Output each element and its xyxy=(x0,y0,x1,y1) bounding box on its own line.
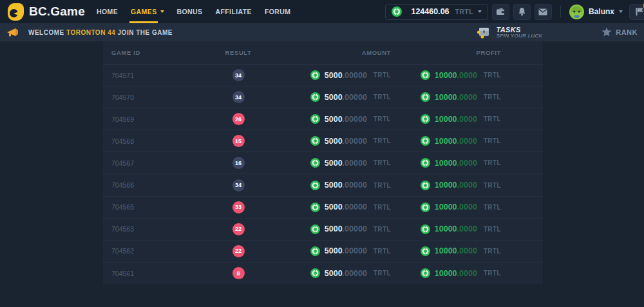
profit-integer: 10000 xyxy=(435,203,457,212)
tasks-widget[interactable]: TASKS SPIN YOUR LUCK xyxy=(476,26,543,39)
profit-integer: 10000 xyxy=(435,71,457,80)
wallet-button[interactable] xyxy=(492,4,509,20)
amount-fraction: .00000 xyxy=(343,93,367,102)
profit-cell: 10000.0000 TRTL xyxy=(399,136,543,146)
amount-integer: 5000 xyxy=(325,115,343,124)
amount-integer: 5000 xyxy=(325,181,343,190)
amount-fraction: .00000 xyxy=(343,224,367,233)
game-id: 704565 xyxy=(111,203,134,211)
menu-item-games[interactable]: GAMES xyxy=(131,0,164,23)
tasks-labels: TASKS SPIN YOUR LUCK xyxy=(497,26,543,39)
table-row[interactable]: 704567 16 5000.00000 TRTL 10 xyxy=(103,152,543,174)
quests-button[interactable]: 10 xyxy=(629,4,644,20)
tasks-title: TASKS xyxy=(497,26,543,34)
table-row[interactable]: 704561 8 5000.00000 TRTL 100 xyxy=(103,262,543,284)
game-id: 704566 xyxy=(111,181,134,189)
menu-item-affiliate[interactable]: AFFILIATE xyxy=(215,0,251,23)
main-menu: HOME GAMES BONUS AFFILIATE FORUM xyxy=(97,0,291,23)
trtl-coin-icon xyxy=(310,70,320,80)
result-badge: 33 xyxy=(232,201,245,213)
amount-integer: 5000 xyxy=(325,71,343,80)
amount-fraction: .00000 xyxy=(343,159,367,168)
menu-item-forum[interactable]: FORUM xyxy=(265,0,291,23)
trtl-coin-icon xyxy=(310,268,320,278)
profit-fraction: .0000 xyxy=(457,246,477,255)
welcome-suffix: JOIN THE GAME xyxy=(118,29,173,36)
profit-fraction: .0000 xyxy=(457,93,477,102)
amount-integer: 5000 xyxy=(325,159,343,168)
result-cell: 16 xyxy=(206,157,270,169)
menu-item-home[interactable]: HOME xyxy=(97,0,118,23)
profit-fraction: .0000 xyxy=(457,181,477,190)
game-id-cell: 704565 xyxy=(103,203,206,211)
mail-icon xyxy=(538,8,547,15)
header-result: RESULT xyxy=(206,49,270,56)
amount-currency: TRTL xyxy=(374,248,391,255)
profit-fraction: .0000 xyxy=(457,269,477,278)
game-id: 704568 xyxy=(111,137,134,145)
chevron-down-icon xyxy=(160,10,164,13)
table-row[interactable]: 704571 34 5000.00000 TRTL 10 xyxy=(103,64,543,86)
balance-currency: TRTL xyxy=(455,8,473,15)
welcome-username: TORONTON 44 xyxy=(66,29,115,36)
messages-button[interactable] xyxy=(535,4,552,20)
top-navbar: BC.Game HOME GAMES BONUS AFFILIATE FORUM xyxy=(0,0,644,23)
result-badge: 22 xyxy=(232,245,245,257)
brand-name: BC.Game xyxy=(29,5,85,19)
result-cell: 34 xyxy=(206,91,270,103)
profit-integer: 10000 xyxy=(435,181,457,190)
table-row[interactable]: 704569 26 5000.00000 TRTL 10 xyxy=(103,108,543,130)
announcement-message[interactable]: WELCOME TORONTON 44 JOIN THE GAME xyxy=(6,27,173,37)
amount-currency: TRTL xyxy=(374,137,391,144)
profit-currency: TRTL xyxy=(484,94,501,101)
profit-fraction: .0000 xyxy=(457,71,477,80)
table-row[interactable]: 704562 22 5000.00000 TRTL 10 xyxy=(103,241,543,262)
user-menu[interactable]: Balunx xyxy=(569,5,623,19)
game-id: 704562 xyxy=(111,247,134,255)
navbar-right: 124460.06 TRTL xyxy=(385,4,644,20)
table-row[interactable]: 704565 33 5000.00000 TRTL 10 xyxy=(103,197,543,219)
flag-icon xyxy=(635,7,644,16)
brand-logo[interactable]: BC.Game xyxy=(8,3,85,21)
amount-currency: TRTL xyxy=(374,182,391,189)
profit-fraction: .0000 xyxy=(457,159,477,168)
profit-cell: 10000.0000 TRTL xyxy=(399,203,543,212)
amount-cell: 5000.00000 TRTL xyxy=(270,246,399,256)
bell-icon xyxy=(518,7,526,16)
profit-integer: 10000 xyxy=(435,269,457,278)
profit-fraction: .0000 xyxy=(457,203,477,212)
table-row[interactable]: 704563 22 5000.00000 TRTL 10 xyxy=(103,219,543,241)
trtl-coin-icon xyxy=(392,6,402,17)
profit-fraction: .0000 xyxy=(457,137,477,146)
profit-cell: 10000.0000 TRTL xyxy=(399,70,543,80)
amount-currency: TRTL xyxy=(374,204,391,211)
profit-integer: 10000 xyxy=(435,246,457,255)
amount-integer: 5000 xyxy=(325,137,343,146)
result-cell: 15 xyxy=(206,135,270,147)
trtl-coin-icon xyxy=(310,114,320,124)
profit-fraction: .0000 xyxy=(457,115,477,124)
balance-amount: 124460.06 xyxy=(411,7,449,16)
notifications-button[interactable] xyxy=(513,4,531,20)
amount-cell: 5000.00000 TRTL xyxy=(270,268,399,278)
menu-item-bonus[interactable]: BONUS xyxy=(177,0,203,23)
table-row[interactable]: 704570 34 5000.00000 TRTL 10 xyxy=(103,86,543,108)
game-id-cell: 704569 xyxy=(103,115,206,123)
trtl-coin-icon xyxy=(310,224,320,234)
menu-label: FORUM xyxy=(265,8,291,15)
amount-integer: 5000 xyxy=(325,269,343,278)
result-cell: 8 xyxy=(206,267,270,279)
amount-fraction: .00000 xyxy=(343,71,367,80)
table-row[interactable]: 704566 34 5000.00000 TRTL 10 xyxy=(103,174,543,196)
amount-fraction: .00000 xyxy=(343,181,367,190)
profit-integer: 10000 xyxy=(435,159,457,168)
tasks-chest-icon xyxy=(476,26,491,39)
rank-widget[interactable]: RANK xyxy=(601,27,638,37)
table-header: GAME ID RESULT AMOUNT PROFIT xyxy=(103,41,543,64)
balance-selector[interactable]: 124460.06 TRTL xyxy=(385,4,488,20)
amount-integer: 5000 xyxy=(325,224,343,233)
table-row[interactable]: 704568 15 5000.00000 TRTL 10 xyxy=(103,130,543,152)
chevron-down-icon xyxy=(619,10,623,13)
table-body: 704571 34 5000.00000 TRTL 10 xyxy=(103,64,543,284)
star-icon xyxy=(601,27,612,37)
